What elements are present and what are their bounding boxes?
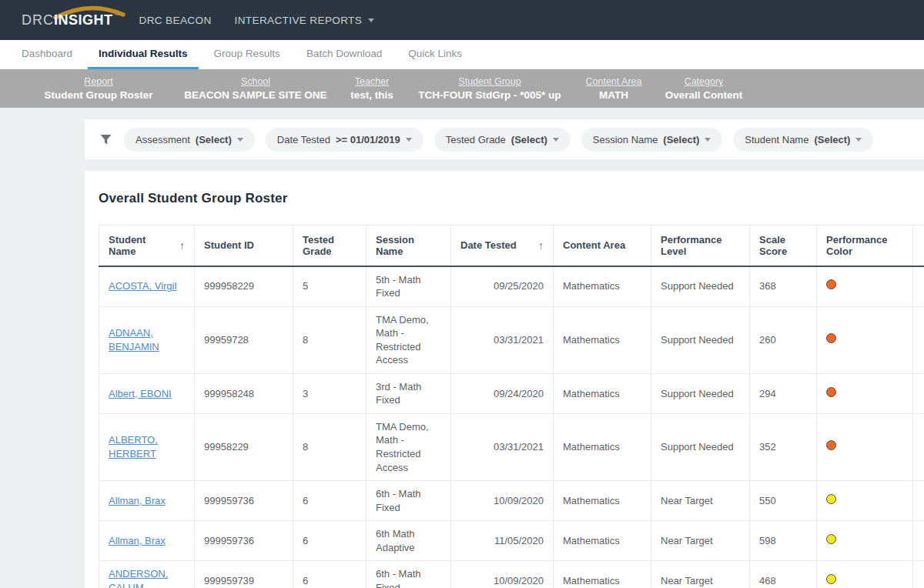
- cell-content-area: Mathematics: [554, 413, 651, 480]
- roster-table-wrap: Student Name↑Student IDTested GradeSessi…: [99, 225, 924, 588]
- cell-performance-level: Near Target: [651, 481, 750, 521]
- table-header: Student Name↑Student IDTested GradeSessi…: [99, 226, 924, 266]
- student-name-link[interactable]: ANDERSON, CALUM: [109, 568, 168, 588]
- tab-individual-results[interactable]: Individual Results: [88, 40, 199, 69]
- cell-scale-score: 468: [750, 561, 817, 588]
- cell-scale-score: 550: [750, 481, 817, 521]
- cell-date-tested: 10/09/2020: [451, 481, 554, 521]
- table-row: Allman, Brax99995973666th Math Adaptive1…: [99, 521, 924, 561]
- filter-chip-name: Tested Grade: [446, 134, 506, 145]
- logo-insight-text: INSIGHT: [54, 12, 113, 28]
- tab-batch-download[interactable]: Batch Download: [296, 40, 393, 69]
- student-name-link[interactable]: ALBERTO, HERBERT: [109, 434, 158, 459]
- yellow-performance-dot-icon: [826, 574, 836, 584]
- column-header-performance-color[interactable]: Performance Color: [817, 226, 913, 266]
- breadcrumb-label[interactable]: Student Group: [458, 76, 521, 87]
- student-name-link[interactable]: ACOSTA, Virgil: [109, 280, 176, 292]
- chevron-down-icon: [855, 138, 862, 142]
- table-row: ALBERTO, HERBERT999582298TMA Demo, Math …: [99, 413, 924, 480]
- breadcrumb-label[interactable]: Category: [685, 76, 724, 87]
- column-header-scale-score[interactable]: Scale Score: [750, 226, 817, 266]
- column-header-content-area[interactable]: Content Area: [554, 226, 651, 266]
- column-label: Performance Color: [826, 234, 903, 257]
- filter-chip-value: >= 01/01/2019: [336, 134, 400, 145]
- chevron-down-icon: [237, 138, 243, 142]
- student-name-link[interactable]: Allman, Brax: [109, 495, 166, 506]
- table-row: ACOSTA, Virgil99995822955th - Math Fixed…: [99, 266, 924, 307]
- cell-session-name: 5th - Math Fixed: [367, 266, 451, 307]
- tab-group-results[interactable]: Group Results: [203, 40, 291, 69]
- sort-asc-arrow-icon[interactable]: ↑: [179, 239, 185, 252]
- report-context-bar: ReportStudent Group RosterSchoolBEACON S…: [0, 69, 924, 108]
- nav-menu-interactive-reports[interactable]: INTERACTIVE REPORTS: [235, 15, 375, 26]
- student-name-link[interactable]: Albert, EBONI: [109, 388, 172, 399]
- sort-asc-arrow-icon[interactable]: ↑: [538, 239, 544, 252]
- cell-content-area: Mathematics: [554, 481, 651, 521]
- cell-content-area: Mathematics: [554, 521, 651, 561]
- cell-session-name: 3rd - Math Fixed: [367, 373, 451, 413]
- cell-extra: [913, 413, 924, 480]
- column-header-performance-level[interactable]: Performance Level: [651, 226, 750, 266]
- cell-performance-color: [817, 561, 913, 588]
- column-header-session-name[interactable]: Session Name: [367, 226, 451, 266]
- chevron-down-icon: [553, 138, 559, 142]
- cell-performance-color: [817, 521, 913, 561]
- filter-chip-assessment[interactable]: Assessment(Select): [124, 128, 255, 152]
- breadcrumb-value: Overall Content: [665, 89, 743, 101]
- filter-chip-value: (Select): [511, 134, 547, 145]
- breadcrumb-label[interactable]: Content Area: [586, 76, 642, 87]
- cell-tested-grade: 5: [293, 266, 367, 307]
- cell-session-name: 6th - Math Fixed: [367, 561, 451, 588]
- breadcrumb-label[interactable]: School: [241, 76, 270, 87]
- cell-date-tested: 03/31/2021: [451, 413, 554, 480]
- table-row: ANDERSON, CALUM99995973966th - Math Fixe…: [99, 561, 924, 588]
- orange-performance-dot-icon: [826, 279, 836, 289]
- cell-extra: [913, 373, 924, 413]
- breadcrumb-item-report: ReportStudent Group Roster: [34, 76, 163, 101]
- orange-performance-dot-icon: [826, 333, 836, 343]
- column-label: Tested Grade: [303, 234, 357, 257]
- breadcrumb-item-teacher: Teachertest, this: [348, 76, 396, 101]
- breadcrumb-label[interactable]: Teacher: [355, 76, 389, 87]
- column-header-student-id[interactable]: Student ID: [195, 226, 293, 266]
- chevron-down-icon: [368, 18, 374, 22]
- chevron-down-icon: [705, 138, 711, 142]
- student-name-link[interactable]: Allman, Brax: [109, 535, 166, 546]
- column-label: Content Area: [563, 239, 625, 251]
- filter-chip-tested-grade[interactable]: Tested Grade(Select): [434, 128, 571, 152]
- column-header-tested-grade[interactable]: Tested Grade: [293, 226, 367, 266]
- cell-content-area: Mathematics: [554, 373, 651, 413]
- breadcrumb-value: Student Group Roster: [45, 89, 153, 101]
- top-navbar: DRC INSIGHT ™ DRC BEACON INTERACTIVE REP…: [0, 0, 924, 40]
- breadcrumb-item-school: SchoolBEACON SAMPLE SITE ONE: [180, 76, 331, 101]
- filter-funnel-icon[interactable]: [100, 134, 112, 145]
- cell-student-name: ADNAAN, BENJAMIN: [99, 306, 195, 373]
- filter-bar: Assessment(Select)Date Tested>= 01/01/20…: [85, 119, 924, 159]
- filter-chip-value: (Select): [663, 134, 699, 145]
- cell-session-name: 6th Math Adaptive: [367, 521, 451, 561]
- filter-chip-student-name[interactable]: Student Name(Select): [733, 128, 873, 152]
- cell-extra: [913, 481, 924, 521]
- cell-scale-score: 598: [750, 521, 817, 561]
- student-name-link[interactable]: ADNAAN, BENJAMIN: [109, 327, 159, 352]
- tab-dashboard[interactable]: Dashboard: [11, 40, 83, 69]
- cell-content-area: Mathematics: [554, 306, 651, 373]
- column-label: Scale Score: [759, 234, 807, 257]
- column-label: Student Name: [109, 234, 175, 257]
- column-header-date-tested[interactable]: Date Tested↑: [451, 226, 554, 266]
- cell-student-id: 999959739: [195, 561, 293, 588]
- filter-chip-name: Assessment: [136, 134, 190, 145]
- breadcrumb-label[interactable]: Report: [84, 76, 113, 87]
- column-label: Session Name: [376, 234, 441, 257]
- column-label: Performance Level: [661, 234, 740, 257]
- filter-chip-session-name[interactable]: Session Name(Select): [581, 128, 723, 152]
- filter-chip-date-tested[interactable]: Date Tested>= 01/01/2019: [266, 128, 424, 152]
- column-header-student-name[interactable]: Student Name↑: [99, 226, 195, 266]
- cell-performance-level: Support Needed: [651, 306, 750, 373]
- tab-quick-links[interactable]: Quick Links: [397, 40, 473, 69]
- drc-insight-logo[interactable]: DRC INSIGHT ™: [22, 12, 119, 28]
- nav-link-drc-beacon[interactable]: DRC BEACON: [139, 15, 212, 26]
- column-label: Student ID: [204, 239, 254, 251]
- logo-drc-text: DRC: [22, 12, 54, 28]
- table-row: Allman, Brax99995973666th - Math Fixed10…: [99, 481, 924, 521]
